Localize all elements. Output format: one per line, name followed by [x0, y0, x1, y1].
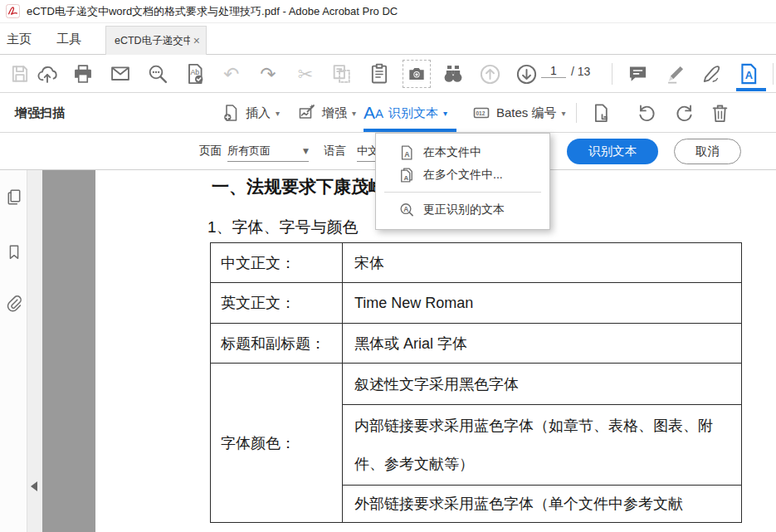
chevron-down-icon: ▼	[303, 147, 309, 155]
printer-icon	[71, 62, 95, 85]
scissors-icon: ✂	[298, 64, 313, 85]
chevron-down-icon: ▾	[276, 109, 280, 118]
collapse-pane-icon[interactable]	[31, 481, 37, 491]
page-thumbnails-icon	[4, 188, 23, 207]
highlighter-icon	[664, 63, 686, 85]
table-cell-label: 中文正文：	[211, 243, 343, 283]
delete-pages-button[interactable]	[705, 99, 734, 127]
enhance-scan-toolbar: 增强扫描 插入 ▾ 增强 ▾ AA 识别文本 ▾ 012 Bates 编号 ▾	[0, 93, 776, 133]
copy-button[interactable]	[328, 60, 356, 88]
table-row: 英文正文： Time New Roman	[211, 283, 742, 324]
undo-button[interactable]: ↶	[217, 60, 246, 88]
rotate-counterclockwise-icon	[636, 102, 658, 124]
recognize-text-confirm-button[interactable]: 识别文本	[567, 139, 658, 164]
insert-pages-button[interactable]: 插入 ▾	[221, 100, 280, 126]
menu-item-label: 在本文件中	[423, 145, 481, 160]
insert-label: 插入	[246, 105, 271, 121]
binoculars-icon	[442, 62, 465, 85]
toolbar-title: 增强扫描	[15, 93, 65, 133]
pages-range-select[interactable]: 所有页面 ▼	[227, 141, 309, 162]
next-page-button[interactable]	[512, 60, 540, 88]
crop-page-icon	[589, 102, 612, 124]
bates-number-icon: 012	[471, 103, 491, 123]
highlight-button[interactable]	[661, 60, 689, 88]
rotate-right-button[interactable]	[670, 99, 698, 127]
bookmark-icon	[5, 243, 23, 261]
menu-item-correct-recognized-text[interactable]: A 更正识别的文本	[376, 198, 549, 221]
tab-document-label: eCTD电子递交中w...	[115, 34, 190, 48]
snapshot-button[interactable]	[403, 60, 431, 88]
svg-text:A: A	[404, 149, 410, 158]
page-a-icon: A	[398, 144, 415, 161]
comment-button[interactable]	[623, 60, 652, 88]
recognize-text-button[interactable]: AA 识别文本 ▾	[364, 100, 447, 126]
bookmarks-button[interactable]	[3, 242, 24, 262]
sign-button[interactable]	[697, 60, 725, 88]
bates-numbering-button[interactable]: 012 Bates 编号 ▾	[471, 100, 566, 126]
close-tab-icon[interactable]: ×	[193, 34, 200, 47]
menu-item-in-multiple-files[interactable]: A 在多个文件中...	[376, 164, 549, 186]
print-button[interactable]	[69, 60, 97, 88]
save-button[interactable]	[6, 60, 34, 88]
pages-range-value: 所有页面	[227, 144, 271, 159]
table-cell-value: 叙述性文字采用黑色字体	[343, 364, 742, 405]
cancel-button[interactable]: 取消	[674, 139, 741, 164]
page-navigation: / 13	[541, 64, 590, 78]
doc-heading-1: 一、法规要求下康茂峰	[212, 175, 386, 198]
toolbar-separator	[773, 63, 774, 85]
previous-page-button[interactable]	[476, 60, 504, 88]
recognize-text-menu: A 在本文件中 A 在多个文件中... A 更正识别的文本	[375, 133, 550, 230]
page-count: / 13	[571, 65, 590, 78]
redo-button[interactable]: ↷	[254, 60, 282, 88]
pages-label: 页面	[199, 133, 222, 169]
enhance-label: 增强	[322, 105, 347, 121]
font-requirements-table: 中文正文： 宋体 英文正文： Time New Roman 标题和副标题： 黑体…	[210, 242, 742, 523]
arrow-up-circle-icon	[478, 62, 502, 86]
tab-home[interactable]: 主页	[7, 23, 32, 55]
insert-page-icon	[221, 103, 241, 123]
chevron-down-icon: ▾	[443, 109, 447, 118]
envelope-icon	[109, 62, 132, 85]
window-title: eCTD电子递交中word文档的格式要求与处理技巧.pdf - Adobe Ac…	[27, 4, 398, 19]
fountain-pen-icon	[700, 63, 723, 85]
pages-a-icon: A	[398, 167, 415, 183]
find-button[interactable]	[439, 60, 467, 88]
page-number-input[interactable]	[541, 64, 566, 78]
toolbar-separator	[612, 63, 613, 85]
paperclip-icon	[4, 294, 23, 313]
share-button[interactable]	[33, 60, 61, 88]
pane-splitter[interactable]	[27, 170, 42, 532]
title-bar: eCTD电子递交中word文档的格式要求与处理技巧.pdf - Adobe Ac…	[0, 0, 776, 23]
active-tool-underline	[364, 129, 456, 132]
menu-item-label: 更正识别的文本	[423, 203, 505, 217]
redo-icon: ↷	[260, 63, 276, 85]
copy-pages-icon	[330, 62, 354, 85]
recognize-text-icon: A	[364, 103, 375, 123]
navigation-pane	[0, 170, 27, 532]
cut-button[interactable]: ✂	[291, 60, 320, 88]
page-thumbnails-button[interactable]	[3, 187, 24, 207]
menu-item-in-this-file[interactable]: A 在本文件中	[376, 141, 549, 164]
tab-tools[interactable]: 工具	[56, 23, 81, 55]
table-cell-label: 字体颜色：	[211, 364, 343, 523]
ocr-status-button[interactable]: Ab	[181, 60, 209, 88]
table-row: 标题和副标题： 黑体或 Arial 字体	[211, 324, 742, 364]
chevron-down-icon: ▾	[352, 109, 356, 118]
search-icon	[146, 62, 169, 85]
tab-document[interactable]: eCTD电子递交中w... ×	[105, 26, 207, 55]
scan-ocr-tool-button[interactable]: A	[735, 60, 763, 88]
camera-icon	[406, 63, 427, 85]
crop-pages-button[interactable]	[586, 99, 614, 127]
cloud-upload-icon	[36, 62, 59, 85]
trash-icon	[709, 102, 731, 124]
table-cell-value: 内部链接要求采用蓝色字体（如章节、表格、图表、附件、参考文献等）	[343, 405, 742, 486]
attachments-button[interactable]	[3, 293, 24, 314]
search-button[interactable]	[144, 60, 172, 88]
paste-button[interactable]	[365, 60, 393, 88]
email-button[interactable]	[106, 60, 134, 88]
svg-text:Ab: Ab	[190, 68, 199, 76]
doc-heading-2: 1、字体、字号与颜色	[207, 217, 359, 238]
enhance-button[interactable]: 增强 ▾	[297, 100, 356, 126]
undo-icon: ↶	[223, 63, 239, 85]
rotate-left-button[interactable]	[632, 99, 661, 127]
